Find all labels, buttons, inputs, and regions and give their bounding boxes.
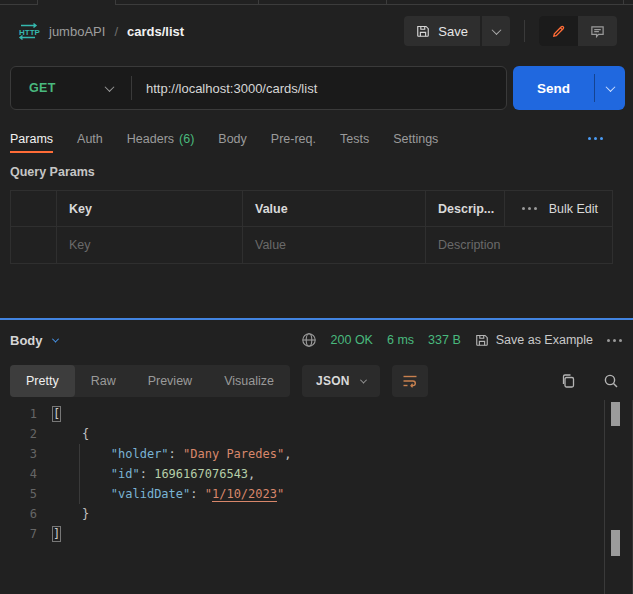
chevron-down-icon [491,25,501,35]
tab-label: Params [10,132,53,146]
tab-pre-request[interactable]: Pre-req. [271,124,316,153]
code-line: 7] [0,524,633,544]
viewbar-tools [560,373,619,389]
bulk-edit-button[interactable]: Bulk Edit [549,202,598,216]
response-time[interactable]: 6 ms [387,333,414,347]
tab-label: Pre-req. [271,132,316,146]
code-line-content: { [37,424,89,444]
view-tab-visualize[interactable]: Visualize [208,365,290,397]
wrap-text-icon [402,374,418,388]
scrollbar-thumb[interactable] [611,402,620,426]
chevron-down-icon [605,82,615,92]
response-view-bar: Pretty Raw Preview Visualize JSON [10,364,619,398]
code-line: 6 } [0,504,633,524]
save-as-example-label: Save as Example [496,333,593,347]
editor-scroll-gutter [604,400,633,594]
response-body-editor[interactable]: 1[2 {3 "holder": "Dany Paredes",4 "id": … [0,400,633,594]
value-input[interactable]: Value [243,227,426,263]
column-options-icon[interactable] [522,207,537,210]
query-params-title: Query Params [10,165,95,179]
response-pane-resize-handle[interactable] [0,318,633,320]
pencil-icon [551,24,566,39]
view-tab-preview[interactable]: Preview [132,365,208,397]
line-number: 5 [0,484,37,504]
tab-label: Settings [393,132,438,146]
code-line-content: } [37,504,89,524]
globe-icon[interactable] [301,332,317,348]
tab-headers[interactable]: Headers (6) [127,124,195,153]
line-number: 7 [0,524,37,544]
http-method-icon: HTTP [16,22,40,41]
description-input[interactable]: Description [426,227,612,263]
column-header-description: Descrip... [426,191,505,226]
edit-comment-group [539,16,617,46]
tab-label: Tests [340,132,369,146]
code-line-content: ] [37,524,60,544]
method-selector[interactable]: GET [11,81,131,95]
table-actions-cell: Bulk Edit [505,191,612,226]
breadcrumb-separator: / [114,24,118,39]
edit-button[interactable] [539,16,578,46]
response-body-dropdown[interactable]: Body [10,333,58,348]
comment-button[interactable] [578,16,617,46]
line-number: 1 [0,404,37,424]
status-code[interactable]: 200 OK [331,333,373,347]
tab-params[interactable]: Params [10,124,53,153]
chevron-down-icon [360,376,367,383]
more-options-icon[interactable] [588,137,603,140]
response-meta-row: Body 200 OK 6 ms 337 B Save as Example [10,324,622,356]
response-size[interactable]: 337 B [428,333,461,347]
view-tab-raw[interactable]: Raw [75,365,132,397]
url-container: GET http://localhost:3000/cards/list [10,66,507,110]
column-header-value: Value [243,191,426,226]
code-lines: 1[2 {3 "holder": "Dany Paredes",4 "id": … [0,404,633,544]
response-body-label: Body [10,333,43,348]
tab-label: Body [218,132,247,146]
send-button-label: Send [513,66,594,110]
comment-icon [590,24,605,39]
column-header-key: Key [57,191,243,226]
request-tabs: Params Auth Headers (6) Body Pre-req. Te… [10,124,623,153]
scrollbar-thumb[interactable] [611,530,620,556]
tab-settings[interactable]: Settings [393,124,438,153]
code-line-content: "validDate": "1/10/2023" [37,484,284,504]
row-select-cell[interactable] [11,227,57,263]
response-more-options-icon[interactable] [607,339,622,342]
code-line: 3 "holder": "Dany Paredes", [0,444,633,464]
send-options-chevron[interactable] [595,66,625,110]
chevron-down-icon [105,82,115,92]
view-tab-pretty[interactable]: Pretty [10,365,75,397]
copy-icon[interactable] [560,373,576,389]
breadcrumb-collection[interactable]: jumboAPI [49,24,105,39]
wrap-text-button[interactable] [392,365,428,397]
url-input[interactable]: http://localhost:3000/cards/list [132,81,506,96]
format-dropdown[interactable]: JSON [302,365,380,397]
tab-auth[interactable]: Auth [77,124,103,153]
query-params-header-row: Key Value Descrip... Bulk Edit [11,191,612,227]
line-number: 6 [0,504,37,524]
tab-label: Headers [127,132,174,146]
indent-guide [79,444,80,504]
code-line: 1[ [0,404,633,424]
headers-count-badge: (6) [179,132,194,146]
query-params-row: Key Value Description [11,227,612,263]
save-as-example-button[interactable]: Save as Example [475,333,593,347]
code-line: 4 "id": 1696167076543, [0,464,633,484]
send-button[interactable]: Send [513,66,625,110]
line-number: 4 [0,464,37,484]
select-all-cell[interactable] [11,191,57,226]
floppy-icon [475,333,489,347]
header-divider [524,20,525,42]
tab-tests[interactable]: Tests [340,124,369,153]
request-header: HTTP jumboAPI / cards/list Save [0,5,633,57]
breadcrumb-request-name[interactable]: cards/list [127,24,184,39]
key-input[interactable]: Key [57,227,243,263]
tab-body[interactable]: Body [218,124,247,153]
save-button[interactable]: Save [404,16,480,46]
save-options-chevron-button[interactable] [482,16,510,46]
code-line-content: "id": 1696167076543, [37,464,255,484]
format-label: JSON [316,374,350,388]
search-icon[interactable] [603,373,619,389]
chevron-down-icon [51,335,58,342]
date-link[interactable]: 1/10/2023 [212,487,277,502]
